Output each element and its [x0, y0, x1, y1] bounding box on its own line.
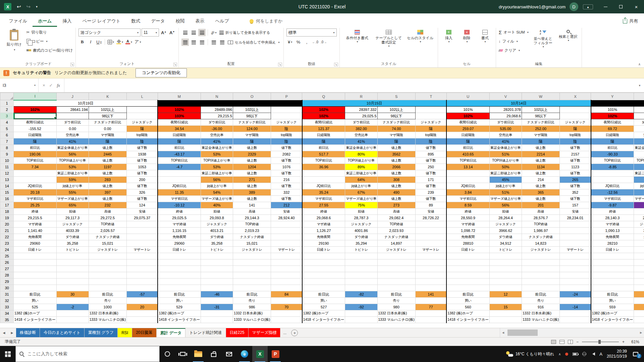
cell-V32[interactable] — [489, 298, 522, 304]
cell-J18[interactable]: 始値 — [56, 208, 89, 215]
cell-I31[interactable]: 前日比 — [14, 291, 57, 298]
cell-U12[interactable] — [446, 170, 489, 177]
cell-U30[interactable] — [446, 285, 489, 291]
cell-W18[interactable]: 高値 — [522, 208, 559, 215]
cell-K16[interactable]: 値上数 — [89, 196, 126, 202]
cell-M13[interactable] — [158, 177, 201, 183]
cell-P8[interactable]: 値下数 — [271, 145, 302, 151]
cell-W17[interactable]: 201 — [522, 202, 559, 208]
cell-N5[interactable]: -36.00 — [201, 126, 233, 132]
cell-M5[interactable]: 34.54 — [158, 126, 201, 132]
cell-V24[interactable]: トピトレ — [489, 247, 522, 253]
cell-Y9[interactable]: -90.33 — [591, 151, 634, 158]
cell-Y31[interactable]: 前日比 — [591, 291, 634, 298]
cell-S2[interactable]: 102以上 — [377, 107, 415, 113]
cell-M17[interactable]: -10.12 — [158, 202, 201, 208]
cell-V34[interactable] — [489, 310, 522, 317]
cell-J22[interactable]: ダウ終値 — [56, 234, 89, 240]
cell-T4[interactable]: ジャスダック — [415, 119, 446, 126]
column-header-Q[interactable]: Q — [302, 93, 345, 100]
cell-M9[interactable]: -43.17 — [158, 151, 201, 158]
cell-I28[interactable] — [14, 272, 57, 279]
cell-W15[interactable]: 365 — [522, 189, 559, 196]
cell-I19[interactable]: 29,215.5 — [14, 215, 57, 221]
cell-V12[interactable]: 東証二部値上がり率 — [489, 170, 522, 177]
cell-Q25[interactable] — [302, 253, 345, 259]
cell-R3[interactable]: 29,025.5 — [345, 113, 377, 119]
cell-K32[interactable]: 売り — [89, 298, 126, 304]
cell-W35[interactable]: 1333 マルハニチロ(株) — [522, 317, 559, 323]
row-header-5[interactable]: 5 — [0, 126, 14, 132]
cell-L10[interactable]: 値下数 — [126, 158, 158, 164]
cell-X10[interactable]: 値下数 — [560, 158, 591, 164]
cell-U27[interactable] — [446, 266, 489, 272]
cell-Y12[interactable] — [591, 170, 634, 177]
row-header-11[interactable]: 11 — [0, 164, 14, 170]
phonetic-guide-button[interactable]: ア▾ — [134, 38, 142, 46]
cell-Y23[interactable]: 28210 — [591, 240, 634, 247]
cell-S10[interactable]: 値上数 — [377, 158, 415, 164]
cell-I14[interactable]: JQ前日比 — [14, 183, 57, 189]
date-group-cell-4[interactable]: 10月14日 — [446, 100, 591, 107]
cell-M14[interactable]: JQ前日比 — [158, 183, 201, 189]
cell-K18[interactable]: 高値 — [89, 208, 126, 215]
cell-Z19[interactable]: 28,085.4 — [634, 215, 644, 221]
cell-X31[interactable]: -24 — [560, 291, 591, 298]
row-header-20[interactable]: 20 — [0, 221, 14, 228]
cell-R23[interactable]: 35,294 — [345, 240, 377, 247]
cell-K13[interactable]: 283 — [89, 177, 126, 183]
cell-S15[interactable]: 490 — [377, 189, 415, 196]
column-header-Z[interactable]: Z — [634, 93, 644, 100]
cell-X18[interactable]: 安値 — [560, 208, 591, 215]
cell-S32[interactable]: 売り — [377, 298, 415, 304]
cell-S35[interactable]: 1333 マルハニチロ(株) — [377, 317, 415, 323]
row-header-33[interactable]: 33 — [0, 304, 14, 310]
cell-Z14[interactable]: jq値上がり率 — [634, 183, 644, 189]
cell-Y13[interactable] — [591, 177, 634, 183]
cell-K8[interactable]: 値上数 — [89, 145, 126, 151]
cell-N22[interactable]: ダウ終値 — [201, 234, 233, 240]
cell-P16[interactable]: 値下数 — [271, 196, 302, 202]
cell-P34[interactable] — [271, 310, 302, 317]
cell-Q2[interactable]: 102% — [302, 107, 345, 113]
cell-L16[interactable]: 値下数 — [126, 196, 158, 202]
cell-Q16[interactable]: マザ前日比 — [302, 196, 345, 202]
cancel-icon[interactable]: × — [43, 83, 45, 88]
cell-I32[interactable]: 買い — [14, 298, 57, 304]
cell-P12[interactable]: 値下数 — [271, 170, 302, 177]
cell-N21[interactable]: 4013.21 — [201, 228, 233, 234]
cell-J5[interactable]: 0.00 — [56, 126, 89, 132]
increase-decimal-button[interactable]: ←.0 — [312, 38, 319, 46]
cell-U17[interactable]: 8.59 — [446, 202, 489, 208]
cell-I8[interactable]: 前日比 — [14, 145, 57, 151]
cell-R10[interactable]: TOPIX値上がり率 — [345, 158, 377, 164]
cell-S17[interactable]: 273 — [377, 202, 415, 208]
cell-Y5[interactable]: 69.72 — [591, 126, 634, 132]
cell-K21[interactable]: 2,026.57 — [89, 228, 126, 234]
cell-L24[interactable]: マザートレ — [126, 247, 158, 253]
cell-X24[interactable]: マザートレ — [560, 247, 591, 253]
cell-T22[interactable] — [415, 234, 446, 240]
cell-R26[interactable] — [345, 259, 377, 266]
cell-I6[interactable]: 日経陽陰 — [14, 132, 57, 138]
select-all-button[interactable] — [0, 93, 14, 100]
row-header-26[interactable]: 26 — [0, 259, 14, 266]
cell-U22[interactable]: 先物夜間 — [446, 234, 489, 240]
cell-T27[interactable] — [415, 266, 446, 272]
align-top-button[interactable] — [181, 29, 189, 36]
percent-style-button[interactable]: % — [295, 38, 302, 46]
cell-Q26[interactable] — [302, 259, 345, 266]
cell-Z33[interactable]: 50 — [634, 304, 644, 310]
cell-N33[interactable]: -31 — [201, 304, 233, 310]
decrease-font-size-button[interactable]: A▼ — [168, 29, 176, 36]
cell-R28[interactable] — [345, 272, 377, 279]
cell-L19[interactable]: 29,075.37 — [126, 215, 158, 221]
cell-V26[interactable] — [489, 259, 522, 266]
cell-M28[interactable] — [158, 272, 201, 279]
normal-view-button[interactable] — [551, 340, 556, 344]
cell-Y33[interactable]: 559 — [591, 304, 634, 310]
cell-S16[interactable]: 値上数 — [377, 196, 415, 202]
cell-I27[interactable] — [14, 266, 57, 272]
cell-O5[interactable]: 124.00 — [233, 126, 271, 132]
cell-S3[interactable]: 98以下 — [377, 113, 415, 119]
